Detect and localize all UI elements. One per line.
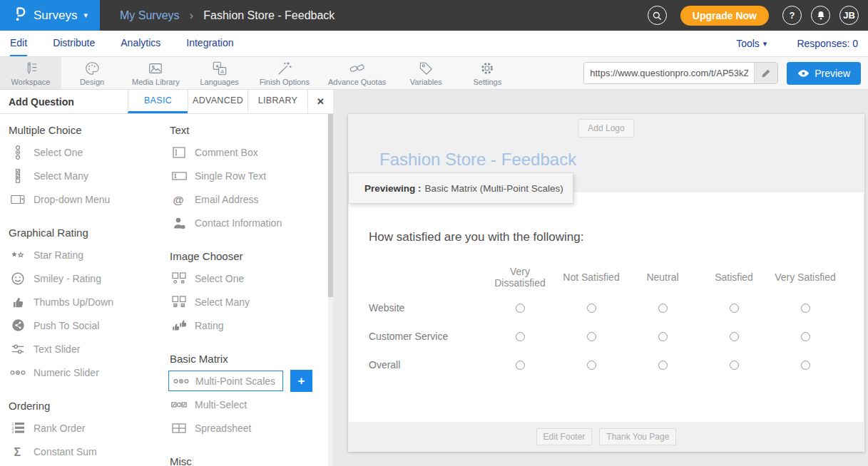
question-type-multi-select[interactable]: Multi-Select — [168, 393, 330, 416]
toolbar-item-finish-options[interactable]: Finish Options — [250, 57, 319, 89]
matrix-radio[interactable] — [658, 361, 668, 370]
question-type-single-row-text[interactable]: Single Row Text — [168, 164, 330, 187]
question-type-dropdown-menu[interactable]: Drop-down Menu — [7, 187, 168, 211]
toolbar-item-workspace[interactable]: Workspace — [0, 57, 61, 89]
svg-text:A: A — [220, 68, 224, 74]
matrix-column-header: Not Satisfied — [556, 261, 627, 294]
question-type-constant-sum[interactable]: Σ Constant Sum — [7, 440, 168, 463]
question-type-label: Push To Social — [34, 320, 99, 331]
matrix-radio[interactable] — [587, 304, 596, 313]
breadcrumb-separator: › — [190, 9, 194, 23]
toolbar-item-label: Media Library — [132, 78, 180, 86]
questionpro-logo-icon — [12, 6, 27, 25]
tab-distribute[interactable]: Distribute — [53, 31, 95, 56]
toolbar-item-label: Settings — [473, 78, 501, 86]
dropdown-icon — [9, 195, 26, 204]
edit-url-button[interactable] — [754, 63, 777, 83]
question-type-multi-point-scales[interactable]: Multi-Point Scales + — [168, 369, 330, 393]
question-type-numeric-slider[interactable]: Numeric Slider — [7, 361, 168, 384]
question-type-spreadsheet[interactable]: Spreadsheet — [168, 416, 330, 440]
matrix-radio[interactable] — [658, 332, 668, 341]
tab-integration[interactable]: Integration — [186, 31, 233, 56]
responses-count[interactable]: Responses: 0 — [797, 38, 858, 49]
avatar[interactable]: JB — [839, 6, 859, 25]
panel-tabs: BASIC ADVANCED LIBRARY — [128, 90, 307, 113]
question-type-column-1: Multiple Choice Select One Select Many D… — [7, 114, 168, 466]
question-type-push-to-social[interactable]: Push To Social — [7, 314, 168, 337]
question-type-contact-information[interactable]: Contact Information — [168, 211, 330, 234]
tab-analytics[interactable]: Analytics — [121, 31, 160, 56]
notifications-button[interactable] — [811, 6, 830, 25]
matrix-radio[interactable] — [516, 361, 525, 370]
main-content: Add Question BASIC ADVANCED LIBRARY ✕ Mu… — [0, 90, 868, 466]
section-heading: Ordering — [9, 400, 168, 412]
question-type-thumbs-up-down[interactable]: Thumbs Up/Down — [7, 290, 168, 314]
toolbar-item-advance-quotas[interactable]: Advance Quotas — [319, 57, 395, 89]
product-menu[interactable]: Surveys ▾ — [0, 0, 100, 31]
question-type-email-address[interactable]: @ Email Address — [168, 187, 330, 211]
survey-url-input[interactable] — [584, 63, 754, 83]
search-button[interactable] — [648, 6, 667, 25]
matrix-radio[interactable] — [587, 361, 596, 370]
thank-you-page-button[interactable]: Thank You Page — [599, 428, 676, 445]
matrix-radio[interactable] — [587, 332, 596, 341]
breadcrumb-my-surveys[interactable]: My Surveys — [120, 9, 180, 22]
question-type-image-select-many[interactable]: Select Many — [168, 290, 330, 314]
matrix-radio[interactable] — [730, 361, 739, 370]
tab-edit[interactable]: Edit — [10, 31, 27, 56]
add-logo-button[interactable]: Add Logo — [578, 119, 634, 138]
question-type-image-select-one[interactable]: Select One — [168, 266, 330, 290]
question-type-label: Thumbs Up/Down — [34, 296, 113, 308]
close-panel-button[interactable]: ✕ — [307, 90, 333, 113]
edit-footer-button[interactable]: Edit Footer — [536, 428, 593, 445]
section-nav: Edit Distribute Analytics Integration To… — [0, 31, 868, 57]
toolbar-item-media-library[interactable]: Media Library — [123, 57, 189, 89]
matrix-radio[interactable] — [801, 304, 810, 313]
panel-scrollbar[interactable] — [328, 114, 333, 466]
survey-title[interactable]: Fashion Store - Feedback — [379, 150, 576, 170]
tab-basic[interactable]: BASIC — [128, 90, 188, 113]
matrix-radio[interactable] — [801, 361, 810, 370]
section-heading: Graphical Rating — [9, 227, 168, 239]
question-type-select-many[interactable]: Select Many — [7, 164, 168, 187]
tab-library[interactable]: LIBRARY — [247, 90, 307, 113]
add-question-button[interactable]: + — [290, 370, 312, 392]
upgrade-now-button[interactable]: Upgrade Now — [680, 6, 769, 26]
matrix-radio[interactable] — [516, 304, 525, 313]
question-type-comment-box[interactable]: Comment Box — [168, 140, 330, 164]
tools-menu[interactable]: Tools ▾ — [736, 38, 767, 49]
slider-icon — [9, 343, 26, 356]
question-text[interactable]: How satisfied are you with the following… — [369, 230, 583, 244]
comment-box-icon — [170, 147, 188, 158]
question-type-select-one[interactable]: Select One — [7, 140, 168, 164]
question-type-image-rating[interactable]: Rating — [168, 314, 330, 337]
scrollbar-thumb[interactable] — [328, 114, 333, 297]
section-heading: Text — [170, 124, 330, 136]
sigma-icon: Σ — [9, 445, 26, 458]
matrix-radio[interactable] — [730, 332, 739, 341]
preview-footer: Edit Footer Thank You Page — [348, 422, 864, 452]
toolbar-item-variables[interactable]: Variables — [395, 57, 456, 89]
matrix-radio[interactable] — [730, 304, 739, 313]
tab-advanced[interactable]: ADVANCED — [188, 90, 247, 113]
question-type-item-partial[interactable] — [7, 463, 168, 466]
matrix-radio[interactable] — [516, 332, 525, 341]
help-button[interactable]: ? — [782, 6, 802, 25]
toolbar-item-settings[interactable]: Settings — [456, 57, 518, 89]
selected-question-type-box[interactable]: Multi-Point Scales — [168, 371, 283, 391]
toolbar-item-design[interactable]: Design — [61, 57, 123, 89]
previewing-tooltip: Previewing : Basic Matrix (Multi-Point S… — [348, 172, 573, 204]
svg-text:@: @ — [173, 193, 184, 205]
question-type-label: Text Slider — [34, 343, 80, 355]
matrix-radio[interactable] — [658, 304, 668, 313]
matrix-radio[interactable] — [801, 332, 810, 341]
question-type-star-rating[interactable]: Star Rating — [7, 243, 168, 266]
question-type-label: Select Many — [195, 296, 250, 308]
question-type-rank-order[interactable]: 123 Rank Order — [7, 416, 168, 440]
section-heading: Image Chooser — [170, 250, 330, 262]
toolbar-item-languages[interactable]: ★A Languages — [189, 57, 250, 89]
question-type-smiley-rating[interactable]: Smiley - Rating — [7, 266, 168, 290]
question-type-label: Multi-Select — [195, 399, 247, 410]
question-type-text-slider[interactable]: Text Slider — [7, 337, 168, 361]
preview-button[interactable]: Preview — [787, 62, 861, 85]
